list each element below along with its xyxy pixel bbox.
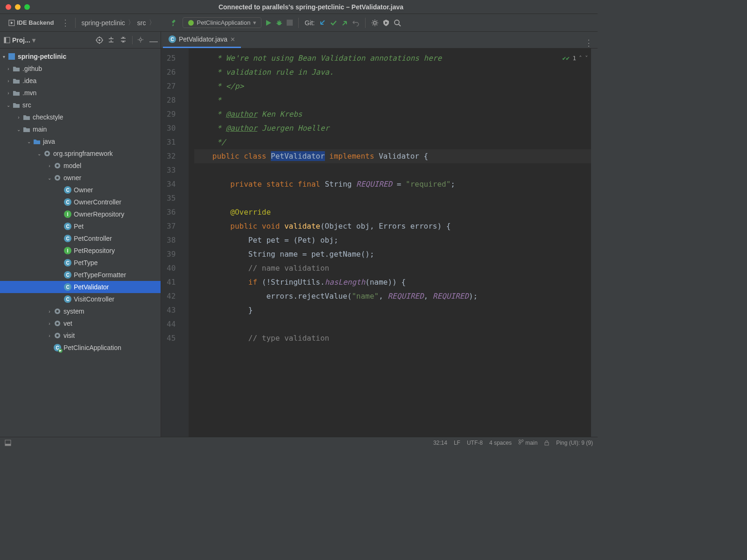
tree-item-label: PetController: [74, 235, 112, 242]
breadcrumb-item[interactable]: src: [137, 19, 146, 27]
tree-item-model[interactable]: ›model: [0, 160, 161, 172]
tree-item--github[interactable]: ›.github: [0, 63, 161, 75]
tree-item-petclinicapplication[interactable]: CPetClinicApplication: [0, 342, 161, 354]
tree-item-pet[interactable]: CPet: [0, 220, 161, 232]
chevron-up-icon[interactable]: ˄: [579, 51, 582, 65]
tree-item-java[interactable]: ⌄java: [0, 135, 161, 147]
tree-arrow-icon[interactable]: ›: [46, 333, 53, 338]
hammer-icon: [170, 19, 179, 27]
tree-item-petvalidator[interactable]: CPetValidator: [0, 281, 161, 293]
tree-arrow-icon[interactable]: ›: [46, 321, 53, 326]
tree-item-system[interactable]: ›system: [0, 305, 161, 317]
settings-button[interactable]: [371, 19, 379, 27]
debug-button[interactable]: [275, 19, 283, 27]
git-commit-button[interactable]: [330, 19, 337, 27]
tree-arrow-icon[interactable]: ⌄: [15, 127, 22, 132]
tree-item-vet[interactable]: ›vet: [0, 317, 161, 329]
code-editor[interactable]: ✔✔ 1 ˄ ˅ 2526272829303132333435363738394…: [161, 49, 598, 437]
tree-item-visit[interactable]: ›visit: [0, 329, 161, 342]
tree-item-label: Owner: [74, 186, 93, 194]
tree-arrow-icon[interactable]: ›: [5, 66, 12, 71]
tree-arrow-icon[interactable]: ⌄: [25, 139, 33, 144]
interface-icon: I: [63, 210, 72, 218]
select-opened-file-button[interactable]: [96, 36, 103, 44]
tree-arrow-icon[interactable]: ⌄: [5, 103, 12, 108]
tree-item-ownercontroller[interactable]: COwnerController: [0, 196, 161, 208]
class-icon: C: [63, 271, 72, 279]
stop-button[interactable]: [287, 20, 293, 26]
build-button[interactable]: [170, 19, 179, 27]
editor-content[interactable]: * We're not using Bean Validation annota…: [189, 49, 598, 437]
tree-item-checkstyle[interactable]: ›checkstyle: [0, 111, 161, 123]
run-button[interactable]: [265, 20, 272, 26]
tree-item-ownerrepository[interactable]: IOwnerRepository: [0, 208, 161, 220]
code-with-me-button[interactable]: [382, 19, 390, 27]
run-config-dropdown[interactable]: PetClinicApplication ▾: [183, 17, 262, 28]
spring-icon: [188, 20, 194, 26]
tree-arrow-icon[interactable]: ›: [15, 115, 22, 120]
package-icon: [43, 150, 51, 157]
collapse-all-button[interactable]: [120, 36, 127, 44]
tree-arrow-icon[interactable]: ⌄: [35, 151, 43, 156]
tree-item-org-springframework[interactable]: ⌄org.springframework: [0, 147, 161, 160]
run-config-label: PetClinicApplication: [197, 19, 251, 26]
tabs-menu-button[interactable]: ⋮: [580, 38, 598, 48]
breadcrumb-item[interactable]: spring-petclinic: [81, 19, 125, 27]
git-history-button[interactable]: [352, 19, 359, 27]
expand-icon: [108, 36, 114, 43]
maximize-window-button[interactable]: [24, 4, 30, 10]
inspection-widget[interactable]: ✔✔ 1 ˄ ˅: [563, 51, 588, 65]
error-stripe[interactable]: [591, 49, 598, 437]
hide-sidebar-button[interactable]: —: [149, 36, 157, 44]
svg-point-2: [188, 20, 194, 26]
close-tab-button[interactable]: ✕: [230, 36, 235, 43]
tree-root[interactable]: ▾ spring-petclinic: [0, 50, 161, 63]
tree-arrow-icon[interactable]: ⌄: [46, 175, 53, 181]
project-tree[interactable]: ▾ spring-petclinic ›.github›.idea›.mvn⌄s…: [0, 49, 161, 437]
tree-item-label: Pet: [74, 223, 84, 230]
kebab-menu-icon[interactable]: ⋮: [61, 19, 70, 27]
indent-setting[interactable]: 4 spaces: [489, 440, 512, 446]
tool-window-toggle[interactable]: [5, 440, 11, 446]
chevron-down-icon[interactable]: ˅: [585, 51, 588, 65]
git-update-button[interactable]: [318, 19, 326, 27]
search-button[interactable]: [394, 19, 401, 27]
tree-item-visitcontroller[interactable]: CVisitController: [0, 293, 161, 305]
tree-item-pettypeformatter[interactable]: CPetTypeFormatter: [0, 269, 161, 281]
tree-item-petrepository[interactable]: IPetRepository: [0, 245, 161, 257]
tree-arrow-icon[interactable]: ›: [5, 78, 12, 84]
sidebar-title-label: Proj...: [12, 36, 30, 44]
tree-item-label: java: [43, 138, 55, 145]
git-push-button[interactable]: [341, 19, 348, 27]
close-window-button[interactable]: [6, 4, 11, 10]
svg-line-18: [373, 24, 374, 25]
tree-item--idea[interactable]: ›.idea: [0, 75, 161, 87]
sidebar-settings-button[interactable]: [137, 36, 145, 44]
tree-item-label: PetClinicApplication: [63, 344, 121, 351]
tree-item-src[interactable]: ⌄src: [0, 99, 161, 111]
readonly-toggle[interactable]: [544, 440, 550, 446]
tree-item-label: owner: [63, 174, 81, 182]
tree-item-pettype[interactable]: CPetType: [0, 257, 161, 269]
cursor-position[interactable]: 32:14: [433, 440, 447, 446]
ide-backend-button[interactable]: IDE Backend: [5, 17, 57, 28]
editor-tab[interactable]: C PetValidator.java ✕: [163, 32, 241, 48]
tree-item-owner[interactable]: ⌄owner: [0, 172, 161, 184]
tree-item-owner[interactable]: COwner: [0, 184, 161, 196]
tree-item--mvn[interactable]: ›.mvn: [0, 87, 161, 99]
git-branch[interactable]: main: [518, 439, 537, 446]
ping-indicator[interactable]: Ping (UI): 9 (9): [556, 440, 593, 446]
line-separator[interactable]: LF: [454, 440, 460, 446]
tree-arrow-icon[interactable]: ›: [46, 163, 53, 168]
file-encoding[interactable]: UTF-8: [467, 440, 483, 446]
tree-item-petcontroller[interactable]: CPetController: [0, 232, 161, 245]
project-view-dropdown[interactable]: Proj...▾: [4, 36, 35, 44]
sidebar-header: Proj...▾ —: [0, 32, 161, 49]
class-icon: C: [63, 198, 72, 206]
minimize-window-button[interactable]: [15, 4, 21, 10]
editor-gutter[interactable]: 2526272829303132333435363738394041424344…: [161, 49, 189, 437]
tree-arrow-icon[interactable]: ›: [5, 91, 12, 96]
expand-all-button[interactable]: [108, 36, 115, 44]
tree-item-main[interactable]: ⌄main: [0, 123, 161, 135]
tree-arrow-icon[interactable]: ›: [46, 309, 53, 314]
